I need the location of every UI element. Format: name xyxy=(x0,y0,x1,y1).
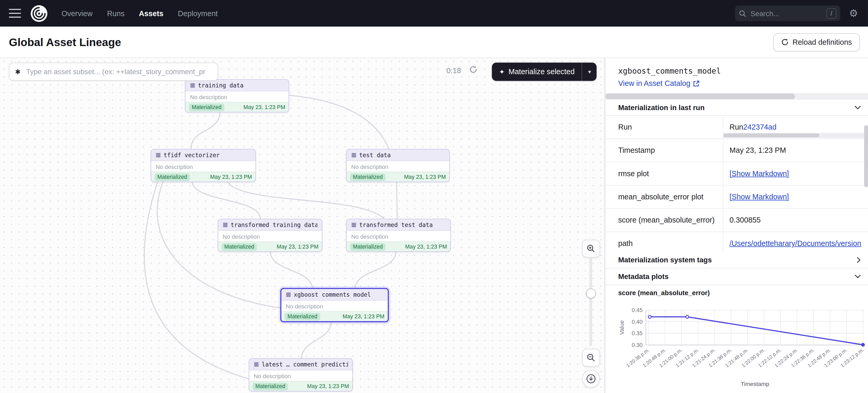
arrow-down-circle-icon xyxy=(586,374,596,384)
asset-status-row: MaterializedMay 23, 1:23 PM xyxy=(281,311,388,321)
page-header: Global Asset Lineage Reload definitions xyxy=(0,27,868,58)
status-badge: Materialized xyxy=(285,313,320,320)
edge-transformed_training_data-to-xgboost_comments_model xyxy=(270,251,312,288)
edge-tfidf_vectorizer-to-transformed_test_data xyxy=(227,181,384,219)
metadata-plot-title: score (mean_absolute_error) xyxy=(618,289,710,297)
asset-details-panel: xgboost_comments_model View in Asset Cat… xyxy=(605,58,868,393)
section-label: Materialization system tags xyxy=(618,256,712,264)
asset-description: No description xyxy=(347,161,450,171)
asset-status-row: MaterializedMay 23, 1:23 PM xyxy=(151,172,255,182)
table-icon: ▦ xyxy=(286,292,291,297)
metadata-value-text: May 23, 1:23 PM xyxy=(730,146,786,155)
y-tick-label: 0.45 xyxy=(632,307,643,314)
metadata-row-rmse-plot: rmse plot[Show Markdown] xyxy=(605,162,868,185)
scrollbar-thumb[interactable] xyxy=(723,133,819,137)
materialization-timestamp: May 23, 1:23 PM xyxy=(243,104,285,110)
table-icon: ▦ xyxy=(351,152,356,158)
metadata-value: [Show Markdown] xyxy=(723,186,868,208)
page-title: Global Asset Lineage xyxy=(9,36,121,48)
materialize-dropdown-caret[interactable]: ▾ xyxy=(582,62,597,81)
zoom-slider-thumb[interactable] xyxy=(586,288,596,298)
asset-node-header: ▦transformed_test_data xyxy=(347,220,451,231)
table-icon: ▦ xyxy=(190,83,195,88)
metadata-row-score-mean-absolute-error-: score (mean_absolute_error)0.300855 xyxy=(605,209,868,232)
asset-description: No description xyxy=(249,370,352,381)
asset-node-header: ▦tfidf_vectorizer xyxy=(151,150,255,161)
asset-status-row: MaterializedMay 23, 1:23 PM xyxy=(186,102,289,112)
data-point xyxy=(862,343,864,346)
reload-definitions-button[interactable]: Reload definitions xyxy=(773,33,860,51)
nav-item-overview[interactable]: Overview xyxy=(61,9,93,18)
vertical-scrollbar[interactable] xyxy=(864,118,868,317)
materialization-timestamp: May 23, 1:23 PM xyxy=(405,243,447,250)
section-label: Metadata plots xyxy=(618,272,669,281)
metadata-table: RunRun 242374adTimestampMay 23, 1:23 PMr… xyxy=(605,116,868,255)
y-tick-label: 0.35 xyxy=(632,330,643,336)
nav-item-assets[interactable]: Assets xyxy=(139,9,163,18)
materialize-selected-label: Materialize selected xyxy=(508,68,575,76)
chevron-down-icon xyxy=(855,105,861,109)
search-input[interactable] xyxy=(749,9,823,18)
search-box[interactable]: / xyxy=(735,5,840,21)
scrollbar-thumb[interactable] xyxy=(605,94,795,99)
asset-description: No description xyxy=(281,301,388,311)
nav-item-runs[interactable]: Runs xyxy=(107,9,124,18)
section-metadata-plots[interactable]: Metadata plots xyxy=(605,269,868,285)
metadata-value-link[interactable]: /Users/odetteharary/Documents/version xyxy=(730,239,861,248)
dagster-logo-icon[interactable] xyxy=(30,4,48,22)
metadata-value-link[interactable]: [Show Markdown] xyxy=(730,193,789,201)
zoom-slider-track[interactable] xyxy=(589,257,592,346)
asset-node-test_data[interactable]: ▦test_dataNo descriptionMaterializedMay … xyxy=(346,149,450,182)
asset-description: No description xyxy=(218,231,322,241)
hamburger-menu-icon[interactable] xyxy=(9,9,21,18)
edge-tfidf_vectorizer-to-transformed_training_data xyxy=(192,181,260,219)
asset-name: transformed_training_data xyxy=(231,222,317,228)
asset-node-xgboost_comments_model[interactable]: ▦xgboost_comments_modelNo descriptionMat… xyxy=(280,288,389,322)
op-selector-icon: ✱ xyxy=(15,68,20,76)
external-link-icon xyxy=(693,80,700,87)
horizontal-scrollbar[interactable] xyxy=(723,133,868,138)
asset-node-header: ▦latest_…_comment_predictions xyxy=(249,359,352,371)
asset-node-transformed_test_data[interactable]: ▦transformed_test_dataNo descriptionMate… xyxy=(346,219,451,252)
search-shortcut-keycap: / xyxy=(826,8,836,19)
materialize-selected-main[interactable]: ✦ Materialize selected xyxy=(492,62,582,81)
materialize-selected-button[interactable]: ✦ Materialize selected ▾ xyxy=(492,62,597,81)
refresh-graph-icon[interactable] xyxy=(469,65,477,74)
reload-definitions-label: Reload definitions xyxy=(793,38,852,46)
metadata-label: Run xyxy=(605,116,723,138)
status-badge: Materialized xyxy=(222,243,257,251)
zoom-in-button[interactable] xyxy=(582,240,600,257)
search-icon xyxy=(739,10,746,17)
section-materialization-in-last-run[interactable]: Materialization in last run xyxy=(605,100,868,116)
edge-training_data-to-test_data xyxy=(288,95,389,149)
asset-subset-filter[interactable]: ✱ xyxy=(9,62,218,81)
metadata-value-text: 0.300855 xyxy=(730,216,761,224)
asset-name: tfidf_vectorizer xyxy=(164,152,220,159)
asset-node-header: ▦transformed_training_data xyxy=(218,220,322,231)
selected-asset-title: xgboost_comments_model xyxy=(618,66,721,75)
asset-name: training_data xyxy=(198,82,244,89)
run-id-link[interactable]: 242374ad xyxy=(743,123,777,131)
asset-status-row: MaterializedMay 23, 1:23 PM xyxy=(347,241,451,252)
recenter-button[interactable] xyxy=(582,370,600,388)
section-materialization-system-tags[interactable]: Materialization system tags xyxy=(605,252,868,269)
zoom-out-button[interactable] xyxy=(582,349,600,366)
gear-icon[interactable]: ⚙ xyxy=(849,8,858,18)
horizontal-scrollbar[interactable] xyxy=(605,93,868,100)
view-in-asset-catalog-link[interactable]: View in Asset Catalog xyxy=(618,79,700,88)
asset-lineage-graph[interactable]: ▦training_dataNo descriptionMaterialized… xyxy=(0,58,605,393)
asset-node-transformed_training_data[interactable]: ▦transformed_training_dataNo description… xyxy=(218,219,322,252)
edge-tfidf_vectorizer-to-latest_comment_predictions xyxy=(144,181,249,379)
metadata-label: rmse plot xyxy=(605,162,723,185)
asset-node-latest_comment_predictions[interactable]: ▦latest_…_comment_predictionsNo descript… xyxy=(249,358,353,392)
nav-item-deployment[interactable]: Deployment xyxy=(178,9,218,18)
zoom-in-icon xyxy=(587,244,595,253)
section-label: Materialization in last run xyxy=(618,103,705,112)
metadata-value-link[interactable]: [Show Markdown] xyxy=(730,169,789,178)
asset-node-training_data[interactable]: ▦training_dataNo descriptionMaterialized… xyxy=(185,79,289,112)
status-badge: Materialized xyxy=(252,382,288,390)
asset-node-tfidf_vectorizer[interactable]: ▦tfidf_vectorizerNo descriptionMateriali… xyxy=(151,149,256,182)
scrollbar-thumb[interactable] xyxy=(864,125,868,187)
metadata-value: Run 242374ad xyxy=(723,116,868,138)
asset-subset-input[interactable] xyxy=(25,67,212,76)
